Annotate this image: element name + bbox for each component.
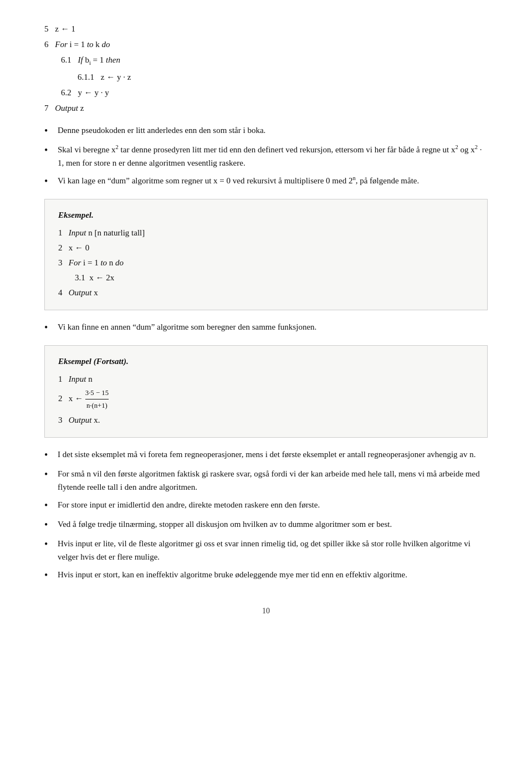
example-1-title: Eksempel. xyxy=(58,208,474,222)
ex2-text-2: x ← 3·5 − 15 n·(n+1) xyxy=(69,394,109,403)
ex1-num-1: 1 xyxy=(58,228,63,237)
line-text-7: Output z xyxy=(55,104,84,112)
ex2-line-3: 3 Output x. xyxy=(58,413,474,427)
bullet-item-3: • Vi kan lage en “dum” algoritme som reg… xyxy=(44,174,488,189)
frac-numerator: 3·5 − 15 xyxy=(85,387,109,399)
end-bullet-1: • I det siste eksemplet må vi foreta fem… xyxy=(44,448,488,463)
ex1-num-4: 4 xyxy=(58,288,63,297)
line-text-6: For i = 1 to k do xyxy=(55,40,110,49)
ex2-num-2: 2 xyxy=(58,394,63,403)
end-bullets: • I det siste eksemplet må vi foreta fem… xyxy=(44,448,488,583)
bullet-text-3: Vi kan lage en “dum” algoritme som regne… xyxy=(58,174,488,187)
bullet-item-1: • Denne pseudokoden er litt anderledes e… xyxy=(44,124,488,139)
bullet-dot-2: • xyxy=(44,143,55,158)
ex1-line-1: 1 Input n [n naturlig tall] xyxy=(58,226,474,239)
end-bullet-dot-5: • xyxy=(44,537,55,552)
page-number: 10 xyxy=(44,605,488,617)
end-bullet-text-6: Hvis input er stort, kan en ineffektiv a… xyxy=(58,568,488,581)
algo-line-7: 7 Output z xyxy=(44,101,488,115)
line-number-6-2: 6.2 xyxy=(61,88,71,97)
example-box-1: Eksempel. 1 Input n [n naturlig tall] 2 … xyxy=(44,199,488,310)
line-text-6-1-1: z ← y · z xyxy=(101,73,131,81)
line-number-6-1: 6.1 xyxy=(61,55,71,64)
end-bullet-dot-6: • xyxy=(44,568,55,583)
ex2-text-1: Input n xyxy=(69,375,93,383)
ex2-num-3: 3 xyxy=(58,416,63,424)
ex1-line-4: 4 Output x xyxy=(58,286,474,299)
line-number-5: 5 xyxy=(44,24,49,33)
frac-denominator: n·(n+1) xyxy=(85,399,109,411)
line-number-7: 7 xyxy=(44,104,49,112)
ex1-text-2: x ← 0 xyxy=(69,243,90,252)
bullet-dot-1: • xyxy=(44,124,55,139)
end-bullet-5: • Hvis input er lite, vil de fleste algo… xyxy=(44,537,488,563)
ex1-text-3-1: x ← 2x xyxy=(89,273,114,282)
end-bullet-text-2: For små n vil den første algoritmen fakt… xyxy=(58,467,488,494)
end-bullet-dot-2: • xyxy=(44,467,55,482)
line-text-5: z ← 1 xyxy=(55,24,75,33)
ex1-line-2: 2 x ← 0 xyxy=(58,241,474,254)
end-bullet-4: • Ved å følge tredje tilnærming, stopper… xyxy=(44,517,488,532)
bullet-text-1: Denne pseudokoden er litt anderledes enn… xyxy=(58,124,488,137)
bullet-text-between: Vi kan finne en annen “dum” algoritme so… xyxy=(58,320,488,334)
end-bullet-text-1: I det siste eksemplet må vi foreta fem r… xyxy=(58,448,488,461)
end-bullet-2: • For små n vil den første algoritmen fa… xyxy=(44,467,488,494)
algo-line-6-1: 6.1 If bi = 1 then xyxy=(44,53,488,68)
bullet-dot-3: • xyxy=(44,174,55,189)
ex1-num-3: 3 xyxy=(58,258,63,267)
ex1-text-3: For i = 1 to n do xyxy=(69,258,124,267)
bullet-between: • Vi kan finne en annen “dum” algoritme … xyxy=(44,320,488,335)
algorithm-lines: 5 z ← 1 6 For i = 1 to k do 6.1 If bi = … xyxy=(44,22,488,115)
ex1-line-3-1: 3.1 x ← 2x xyxy=(58,271,474,284)
algo-line-6-1-1: 6.1.1 z ← y · z xyxy=(44,70,488,84)
ex1-num-2: 2 xyxy=(58,243,63,252)
algo-line-5: 5 z ← 1 xyxy=(44,22,488,35)
end-bullet-text-4: Ved å følge tredje tilnærming, stopper a… xyxy=(58,517,488,531)
intro-bullets: • Denne pseudokoden er litt anderledes e… xyxy=(44,124,488,189)
end-bullet-dot-1: • xyxy=(44,448,55,463)
ex1-text-1: Input n [n naturlig tall] xyxy=(69,228,145,237)
ex2-text-3: Output x. xyxy=(69,416,100,424)
end-bullet-3: • For store input er imidlertid den andr… xyxy=(44,498,488,513)
ex1-text-4: Output x xyxy=(69,288,98,297)
end-bullet-6: • Hvis input er stort, kan en ineffektiv… xyxy=(44,568,488,583)
algo-line-6: 6 For i = 1 to k do xyxy=(44,38,488,51)
page-content: 5 z ← 1 6 For i = 1 to k do 6.1 If bi = … xyxy=(44,22,488,617)
line-number-6-1-1: 6.1.1 xyxy=(78,73,94,81)
fraction: 3·5 − 15 n·(n+1) xyxy=(85,387,109,412)
ex2-num-1: 1 xyxy=(58,375,63,383)
end-bullet-text-3: For store input er imidlertid den andre,… xyxy=(58,498,488,511)
end-bullet-text-5: Hvis input er lite, vil de fleste algori… xyxy=(58,537,488,563)
line-number-6: 6 xyxy=(44,40,49,49)
line-text-6-2: y ← y · y xyxy=(78,88,109,97)
bullet-text-2: Skal vi beregne x2 tar denne prosedyren … xyxy=(58,143,488,170)
line-text-6-1: If bi = 1 then xyxy=(78,55,120,64)
ex1-num-3-1: 3.1 xyxy=(75,273,85,282)
example-box-2: Eksempel (Fortsatt). 1 Input n 2 x ← 3·5… xyxy=(44,345,488,438)
algo-line-6-2: 6.2 y ← y · y xyxy=(44,86,488,99)
ex2-line-1: 1 Input n xyxy=(58,372,474,386)
example-2-title: Eksempel (Fortsatt). xyxy=(58,355,474,368)
bullet-dot-between: • xyxy=(44,320,55,335)
ex1-line-3: 3 For i = 1 to n do xyxy=(58,256,474,269)
ex2-line-2: 2 x ← 3·5 − 15 n·(n+1) xyxy=(58,387,474,412)
end-bullet-dot-3: • xyxy=(44,498,55,513)
bullet-item-2: • Skal vi beregne x2 tar denne prosedyre… xyxy=(44,143,488,170)
end-bullet-dot-4: • xyxy=(44,517,55,532)
